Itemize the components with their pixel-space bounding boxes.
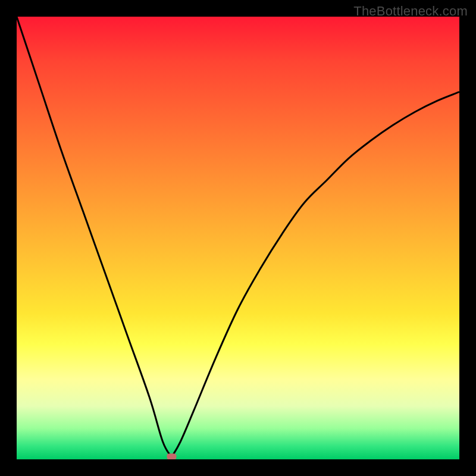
curve-left-branch [17,17,171,457]
minimum-marker [167,453,176,459]
watermark-text: TheBottleneck.com [353,4,468,19]
curve-layer [17,17,459,459]
plot-area [17,17,459,459]
bottleneck-curve [17,17,459,457]
chart-frame: TheBottleneck.com [0,0,476,476]
curve-right-branch [171,92,459,457]
